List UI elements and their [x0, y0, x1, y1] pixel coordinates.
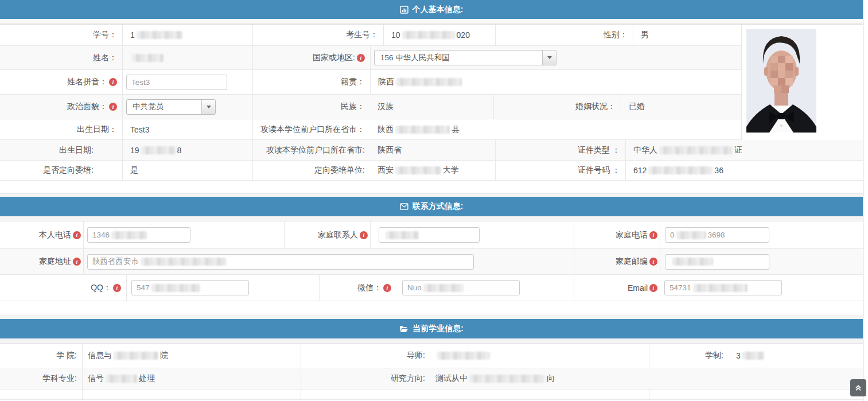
birth-date-a-value: Test3 [122, 119, 252, 139]
table-row: 政治面貌： 中共党员 民族： 汉族 婚姻状况： 已婚 [0, 95, 741, 119]
personal-info-upper-grid: 学号： 1 考生号： 10020 性别： 男 姓名： 国家或地区: 156 中华… [0, 25, 863, 140]
birth-date-b-label: 出生日期: [0, 140, 122, 160]
info-icon[interactable] [113, 284, 121, 292]
family-contact-input[interactable] [379, 227, 480, 243]
supervisor-label: 导师: [301, 344, 430, 368]
table-row: 姓名： 国家或地区: 156 中华人民共和国 [0, 46, 741, 70]
home-postcode-cell [660, 249, 863, 274]
native-place-label: 籍贯： [252, 70, 370, 94]
major-label: 学科专业: [0, 368, 82, 389]
birth-date-b-value: 198 [122, 140, 252, 160]
research-label: 研究方向: [301, 368, 430, 389]
personal-phone-label: 本人电话 [0, 221, 83, 248]
section-title: 当前学业信息: [412, 324, 464, 334]
student-photo [746, 29, 816, 133]
home-address-label: 家庭地址 [0, 249, 83, 274]
home-postcode-input[interactable] [665, 254, 769, 270]
marital-value: 已婚 [621, 95, 741, 119]
personal-phone-input[interactable]: 1346 [87, 227, 190, 243]
angle-double-up-icon [854, 383, 863, 394]
gender-value: 男 [633, 25, 741, 45]
residence-a-value: 陕西县 [370, 119, 741, 139]
political-select[interactable]: 中共党员 [126, 99, 216, 115]
home-postcode-label: 家庭邮编 [574, 249, 660, 274]
personal-info-panel-header: 个人基本信息: [0, 0, 863, 25]
duration-value: 3 [729, 344, 863, 368]
birth-date-a-label: 出生日期： [0, 119, 122, 139]
family-phone-input[interactable]: 03698 [665, 227, 769, 243]
major-value: 信号处理 [82, 368, 301, 389]
email-label: Email [574, 275, 660, 301]
student-id-label: 学号： [0, 25, 122, 45]
academic-info-panel-header: 当前学业信息: [0, 316, 863, 344]
home-address-input[interactable]: 陕西省西安市 [87, 254, 474, 270]
scrollbar-track[interactable] [863, 0, 868, 401]
table-row: 学 院: 信息与院 导师: 学制: 3 [0, 344, 863, 368]
table-row: 学号： 1 考生号： 10020 性别： 男 [0, 25, 741, 46]
table-row: 是否定向委培: 是 定向委培单位: 西安大学 证件号码 ： 61236 [0, 161, 863, 181]
contact-info-panel-header: 联系方式信息: [0, 193, 863, 221]
residence-b-label: 攻读本学位前户口所在省市: [252, 140, 370, 160]
table-row: 学科专业: 信号处理 研究方向: 测试从中向 [0, 368, 863, 390]
table-row: 姓名拼音： Test3 籍贯： 陕西 [0, 70, 741, 95]
wechat-label: 微信： [320, 283, 396, 293]
info-icon[interactable] [649, 258, 657, 266]
chevron-down-icon [542, 50, 556, 65]
ethnicity-label: 民族： [252, 95, 370, 119]
name-label: 姓名： [0, 46, 122, 69]
country-select[interactable]: 156 中华人民共和国 [374, 50, 556, 65]
family-phone-label: 家庭电话 [574, 221, 660, 248]
info-icon[interactable] [360, 231, 368, 239]
table-row: 出生日期: 198 攻读本学位前户口所在省市: 陕西省 证件类型 ： 中华人证 [0, 140, 863, 161]
supervisor-value [430, 344, 649, 368]
table-row: 出生日期： Test3 攻读本学位前户口所在省市： 陕西县 [0, 119, 741, 140]
pinyin-label: 姓名拼音： [0, 70, 122, 94]
panel-substrip [0, 19, 863, 24]
college-label: 学 院: [0, 344, 82, 368]
section-gap [0, 181, 863, 193]
qq-input[interactable]: 547 [131, 280, 249, 295]
pinyin-input[interactable]: Test3 [126, 75, 227, 90]
info-icon[interactable] [383, 284, 391, 292]
student-id-value: 1 [122, 25, 252, 45]
name-value [122, 46, 252, 69]
section-title: 个人基本信息: [412, 5, 464, 15]
folder-open-icon [399, 325, 408, 333]
directed-unit-value: 西安大学 [370, 161, 495, 180]
info-icon[interactable] [357, 54, 365, 62]
residence-a-label: 攻读本学位前户口所在省市： [252, 119, 370, 139]
duration-label: 学制: [649, 344, 729, 368]
college-value: 信息与院 [82, 344, 301, 368]
back-to-top-button[interactable] [850, 379, 866, 396]
family-phone-cell: 03698 [660, 221, 863, 248]
family-contact-cell [370, 221, 574, 248]
table-row: QQ： 547 微信： Nuo Email 54731 [0, 275, 863, 301]
chevron-down-icon [201, 100, 215, 114]
photo-cell [741, 25, 863, 140]
political-label: 政治面貌： [0, 95, 122, 119]
id-number-label: 证件号码 ： [495, 161, 625, 180]
info-icon[interactable] [109, 78, 117, 86]
info-icon[interactable] [649, 231, 657, 239]
info-icon[interactable] [109, 103, 117, 111]
contact-info-header-bar: 联系方式信息: [0, 197, 863, 216]
personal-info-header-bar: 个人基本信息: [0, 0, 863, 19]
wechat-cell: 微信： Nuo [319, 275, 574, 301]
marital-label: 婚姻状况： [493, 95, 621, 119]
directed-value: 是 [122, 161, 252, 180]
country-cell: 156 中华人民共和国 [370, 46, 741, 69]
wechat-input[interactable]: Nuo [402, 280, 520, 295]
id-type-label: 证件类型 ： [495, 140, 625, 160]
info-icon[interactable] [73, 231, 81, 239]
family-contact-label: 家庭联系人 [284, 221, 370, 248]
email-input[interactable]: 54731 [664, 280, 782, 295]
ethnicity-value: 汉族 [370, 95, 493, 119]
info-icon[interactable] [649, 284, 657, 292]
gender-label: 性别： [495, 25, 633, 45]
residence-b-value: 陕西省 [370, 140, 495, 160]
info-icon[interactable] [73, 258, 81, 266]
directed-label: 是否定向委培: [0, 161, 122, 180]
personal-phone-cell: 1346 [83, 221, 284, 248]
envelope-icon [400, 203, 408, 210]
table-row [0, 390, 863, 400]
